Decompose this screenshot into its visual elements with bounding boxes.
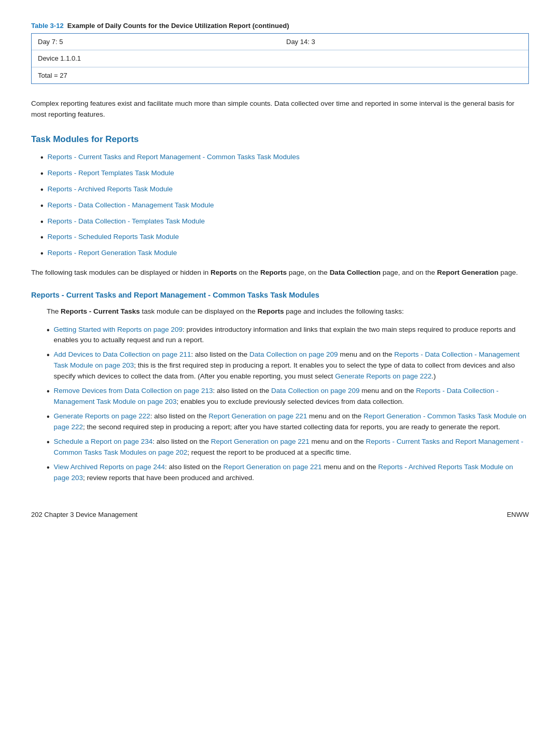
list-item-view-archived: View Archived Reports on page 244: also … <box>47 462 529 484</box>
table-row: Total = 27 <box>32 67 528 84</box>
list-item: Reports - Data Collection - Templates Ta… <box>40 216 529 229</box>
list-item: Reports - Report Generation Task Module <box>40 248 529 260</box>
bold-reports3: Reports <box>257 307 284 315</box>
subsection-intro-para: The Reports - Current Tasks task module … <box>47 306 529 317</box>
link-current-tasks[interactable]: Reports - Current Tasks and Report Manag… <box>48 152 300 163</box>
section-heading: Task Modules for Reports <box>31 133 529 146</box>
table-caption: Table 3-12 Example of Daily Counts for t… <box>31 21 529 31</box>
link-dc-209[interactable]: Data Collection on page 209 <box>249 350 338 358</box>
page-footer: 202 Chapter 3 Device Management ENWW <box>31 510 529 520</box>
intro-paragraph: Complex reporting features exist and fac… <box>31 99 529 120</box>
table-outer: Day 7: 5 Day 14: 3 Device 1.1.0.1 Total … <box>31 33 529 85</box>
link-report-generation[interactable]: Reports - Report Generation Task Module <box>48 248 177 259</box>
table-cell: Total = 27 <box>32 67 528 84</box>
task-modules-list: Reports - Current Tasks and Report Manag… <box>40 152 529 260</box>
list-item-add-devices: Add Devices to Data Collection on page 2… <box>47 349 529 382</box>
link-rg-221b[interactable]: Report Generation on page 221 <box>211 438 310 445</box>
table-row: Day 7: 5 Day 14: 3 <box>32 34 528 51</box>
bold-reports-current-tasks: Reports - Current Tasks <box>61 307 140 315</box>
following-paragraph: The following task modules can be displa… <box>31 268 529 278</box>
link-archived-reports[interactable]: Reports - Archived Reports Task Module <box>48 184 173 195</box>
subsection-heading: Reports - Current Tasks and Report Manag… <box>31 290 529 301</box>
link-generate-reports[interactable]: Generate Reports on page 222 <box>54 412 150 420</box>
bold-reports2: Reports <box>260 269 287 276</box>
link-dc-209b[interactable]: Data Collection on page 209 <box>271 387 359 395</box>
list-item-getting-started: Getting Started with Reports on page 209… <box>47 325 529 346</box>
link-rg-221[interactable]: Report Generation on page 221 <box>208 412 307 420</box>
table-cell: Day 14: 3 <box>280 34 528 50</box>
link-remove-devices[interactable]: Remove Devices from Data Collection on p… <box>54 387 213 395</box>
table-cell: Device 1.1.0.1 <box>32 50 528 67</box>
bold-report-generation: Report Generation <box>437 269 499 276</box>
list-item: Reports - Current Tasks and Report Manag… <box>40 152 529 164</box>
link-data-collection-templates[interactable]: Reports - Data Collection - Templates Ta… <box>48 216 205 227</box>
table-cell: Day 7: 5 <box>32 34 280 50</box>
footer-left: 202 Chapter 3 Device Management <box>31 510 137 520</box>
list-item: Reports - Archived Reports Task Module <box>40 184 529 196</box>
link-rg-221c[interactable]: Report Generation on page 221 <box>223 463 322 471</box>
list-item-remove-devices: Remove Devices from Data Collection on p… <box>47 386 529 407</box>
list-item-generate-reports: Generate Reports on page 222: also liste… <box>47 411 529 433</box>
link-generate-reports-222[interactable]: Generate Reports on page 222 <box>335 372 431 380</box>
bold-reports1: Reports <box>211 269 237 276</box>
sub-bullets-list: Getting Started with Reports on page 209… <box>47 325 529 484</box>
link-view-archived[interactable]: View Archived Reports on page 244 <box>54 463 165 471</box>
table-row: Device 1.1.0.1 <box>32 50 528 67</box>
link-add-devices[interactable]: Add Devices to Data Collection on page 2… <box>54 350 191 358</box>
link-report-templates[interactable]: Reports - Report Templates Task Module <box>48 168 174 179</box>
footer-right: ENWW <box>507 510 529 520</box>
link-getting-started[interactable]: Getting Started with Reports on page 209 <box>54 326 183 333</box>
link-schedule-report[interactable]: Schedule a Report on page 234 <box>54 438 153 445</box>
list-item: Reports - Data Collection - Management T… <box>40 200 529 213</box>
list-item: Reports - Scheduled Reports Task Module <box>40 232 529 244</box>
link-data-collection-mgmt[interactable]: Reports - Data Collection - Management T… <box>48 200 214 211</box>
link-scheduled-reports[interactable]: Reports - Scheduled Reports Task Module <box>48 232 179 243</box>
list-item-schedule-report: Schedule a Report on page 234: also list… <box>47 437 529 458</box>
bold-data-collection: Data Collection <box>330 269 381 276</box>
list-item: Reports - Report Templates Task Module <box>40 168 529 180</box>
